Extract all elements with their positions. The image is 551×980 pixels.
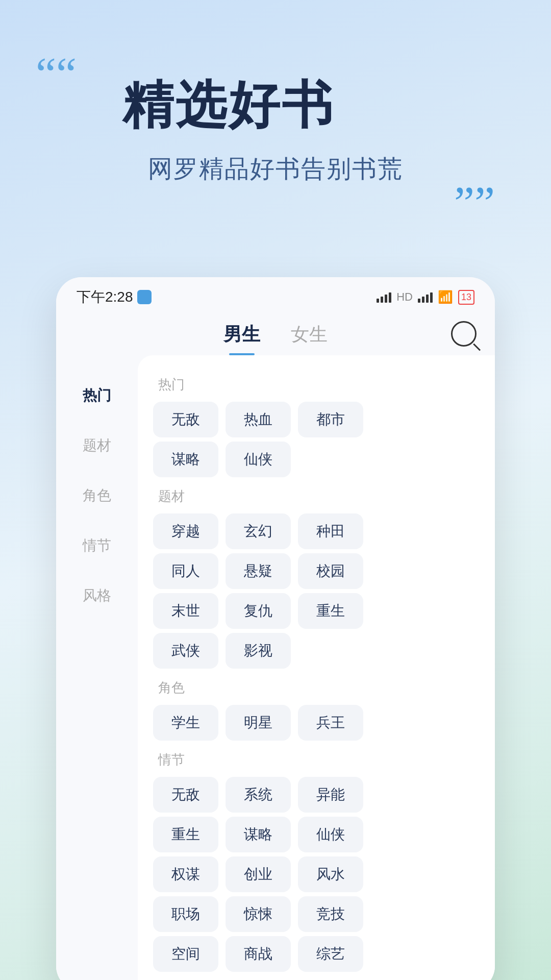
- content-area: 热门 题材 角色 情节 风格 热门无敌热血都市谋略仙侠题材穿越玄幻种田同人悬疑校…: [56, 355, 495, 980]
- section-title-0: 热门: [158, 376, 485, 394]
- status-right: HD 📶 13: [377, 290, 474, 305]
- right-content: 热门无敌热血都市谋略仙侠题材穿越玄幻种田同人悬疑校园末世复仇重生武侠影视角色学生…: [138, 355, 495, 980]
- sidebar-item-character[interactable]: 角色: [56, 471, 138, 521]
- tag-btn-1-3-0[interactable]: 武侠: [153, 633, 218, 669]
- tags-row-1-3: 武侠影视: [153, 633, 485, 669]
- app-icon: [137, 290, 152, 304]
- tags-row-3-0: 无敌系统异能: [153, 777, 485, 813]
- tag-btn-3-2-1[interactable]: 创业: [226, 856, 291, 892]
- header-section: ““ 精选好书 网罗精品好书告别书荒 ””: [0, 0, 551, 257]
- tag-btn-3-3-2[interactable]: 竞技: [298, 896, 363, 932]
- tag-btn-2-0-1[interactable]: 明星: [226, 705, 291, 741]
- tags-row-3-3: 职场惊悚竞技: [153, 896, 485, 932]
- sidebar: 热门 题材 角色 情节 风格: [56, 355, 138, 980]
- tags-row-1-2: 末世复仇重生: [153, 593, 485, 629]
- quote-close-icon: ””: [41, 180, 495, 226]
- tag-btn-1-1-0[interactable]: 同人: [153, 553, 218, 589]
- signal-bar-7: [426, 295, 429, 303]
- tag-btn-3-0-2[interactable]: 异能: [298, 777, 363, 813]
- signal-bar-6: [422, 297, 424, 303]
- tag-btn-3-1-2[interactable]: 仙侠: [298, 817, 363, 852]
- tag-btn-1-2-2[interactable]: 重生: [298, 593, 363, 629]
- search-button[interactable]: [451, 321, 477, 347]
- tag-btn-3-4-2[interactable]: 综艺: [298, 936, 363, 972]
- tag-btn-2-0-0[interactable]: 学生: [153, 705, 218, 741]
- tag-btn-3-1-0[interactable]: 重生: [153, 817, 218, 852]
- nav-tabs: 男生 女生: [56, 312, 495, 355]
- status-time: 下午2:28: [77, 287, 152, 307]
- sidebar-item-hot[interactable]: 热门: [56, 371, 138, 421]
- signal-bar-4: [389, 292, 391, 303]
- search-icon: [451, 321, 477, 347]
- tags-row-1-1: 同人悬疑校园: [153, 553, 485, 589]
- signal-bar-1: [377, 299, 379, 303]
- tag-btn-3-3-0[interactable]: 职场: [153, 896, 218, 932]
- tags-row-1-0: 穿越玄幻种田: [153, 513, 485, 549]
- battery-icon: 13: [458, 290, 474, 305]
- tags-row-2-0: 学生明星兵王: [153, 705, 485, 741]
- hd-label: HD: [396, 290, 413, 304]
- signal-bar-3: [385, 295, 387, 303]
- search-handle: [473, 343, 481, 351]
- quote-open-icon: ““: [36, 51, 77, 97]
- tag-btn-0-1-0[interactable]: 谋略: [153, 442, 218, 477]
- tag-btn-3-2-2[interactable]: 风水: [298, 856, 363, 892]
- tag-btn-1-0-2[interactable]: 种田: [298, 513, 363, 549]
- battery-level: 13: [461, 292, 471, 303]
- tags-row-0-0: 无敌热血都市: [153, 402, 485, 437]
- time-text: 下午2:28: [77, 287, 133, 307]
- main-title: 精选好书: [122, 71, 510, 140]
- tags-row-3-4: 空间商战综艺: [153, 936, 485, 972]
- tags-row-0-1: 谋略仙侠: [153, 442, 485, 477]
- wifi-icon: 📶: [438, 290, 453, 304]
- tag-btn-0-1-1[interactable]: 仙侠: [226, 442, 291, 477]
- tag-btn-1-0-0[interactable]: 穿越: [153, 513, 218, 549]
- signal-bar-8: [430, 292, 433, 303]
- sidebar-item-theme[interactable]: 题材: [56, 421, 138, 471]
- sidebar-item-plot[interactable]: 情节: [56, 521, 138, 571]
- tag-btn-1-2-1[interactable]: 复仇: [226, 593, 291, 629]
- tag-btn-0-0-2[interactable]: 都市: [298, 402, 363, 437]
- tag-btn-3-4-1[interactable]: 商战: [226, 936, 291, 972]
- tab-male[interactable]: 男生: [208, 317, 276, 355]
- signal-bar-5: [418, 299, 420, 303]
- tag-btn-1-1-2[interactable]: 校园: [298, 553, 363, 589]
- section-title-2: 角色: [158, 679, 485, 697]
- tag-btn-0-0-0[interactable]: 无敌: [153, 402, 218, 437]
- tag-btn-0-0-1[interactable]: 热血: [226, 402, 291, 437]
- sidebar-item-style[interactable]: 风格: [56, 571, 138, 621]
- tag-btn-3-0-1[interactable]: 系统: [226, 777, 291, 813]
- status-bar: 下午2:28 HD 📶 13: [56, 277, 495, 312]
- tag-btn-3-2-0[interactable]: 权谋: [153, 856, 218, 892]
- phone-mockup: 下午2:28 HD 📶 13: [56, 277, 495, 980]
- tag-btn-1-2-0[interactable]: 末世: [153, 593, 218, 629]
- signal-icon: [377, 291, 391, 303]
- tag-btn-3-0-0[interactable]: 无敌: [153, 777, 218, 813]
- tag-btn-3-4-0[interactable]: 空间: [153, 936, 218, 972]
- section-title-3: 情节: [158, 751, 485, 769]
- signal-icon-2: [418, 291, 433, 303]
- tag-btn-3-3-1[interactable]: 惊悚: [226, 896, 291, 932]
- tag-btn-2-0-2[interactable]: 兵王: [298, 705, 363, 741]
- tag-btn-1-3-1[interactable]: 影视: [226, 633, 291, 669]
- tab-female[interactable]: 女生: [276, 317, 343, 355]
- section-title-1: 题材: [158, 487, 485, 505]
- tag-btn-3-1-1[interactable]: 谋略: [226, 817, 291, 852]
- signal-bar-2: [381, 297, 383, 303]
- tags-row-3-2: 权谋创业风水: [153, 856, 485, 892]
- tags-row-3-1: 重生谋略仙侠: [153, 817, 485, 852]
- tag-btn-1-0-1[interactable]: 玄幻: [226, 513, 291, 549]
- tag-btn-1-1-1[interactable]: 悬疑: [226, 553, 291, 589]
